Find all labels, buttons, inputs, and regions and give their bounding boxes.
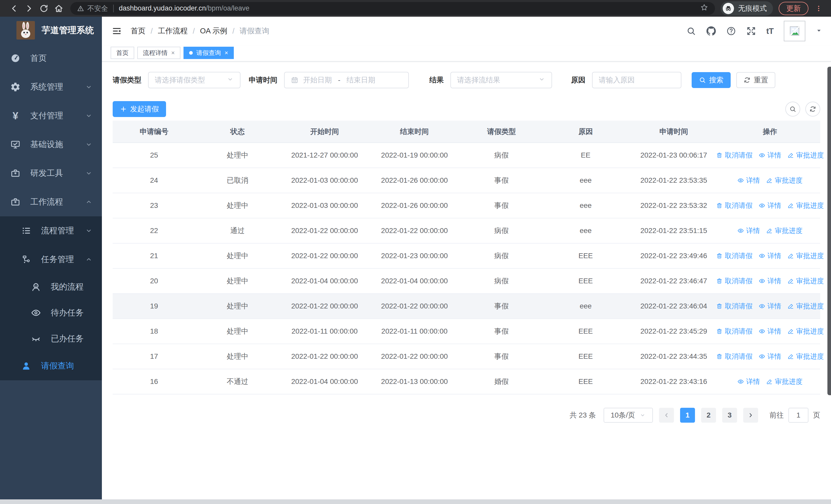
action-progress-link[interactable]: 审批进度 bbox=[787, 327, 824, 336]
action-detail-link[interactable]: 详情 bbox=[758, 352, 781, 361]
trash-icon bbox=[716, 353, 723, 360]
result-label: 结果 bbox=[429, 75, 444, 85]
action-detail-link[interactable]: 详情 bbox=[737, 176, 760, 185]
user-avatar[interactable] bbox=[784, 21, 805, 41]
action-label: 详情 bbox=[767, 201, 781, 210]
sidebar-item-process-management[interactable]: 流程管理 bbox=[0, 216, 102, 245]
breadcrumb-oa-example[interactable]: OA 示例 bbox=[200, 26, 227, 36]
action-cancel-link[interactable]: 取消请假 bbox=[716, 151, 752, 160]
action-cancel-link[interactable]: 取消请假 bbox=[716, 301, 752, 311]
sidebar-item-dev-tools[interactable]: 研发工具 bbox=[0, 159, 102, 187]
avatar-dropdown-button[interactable] bbox=[815, 27, 822, 35]
browser-menu-button[interactable] bbox=[813, 1, 824, 16]
action-label: 详情 bbox=[767, 301, 781, 311]
action-detail-link[interactable]: 详情 bbox=[758, 151, 781, 160]
action-detail-link[interactable]: 详情 bbox=[758, 301, 781, 311]
reason-input[interactable]: 请输入原因 bbox=[592, 72, 681, 88]
action-detail-link[interactable]: 详情 bbox=[737, 377, 760, 386]
page-scrollbar[interactable] bbox=[827, 67, 831, 395]
trash-icon bbox=[716, 202, 723, 209]
action-progress-link[interactable]: 审批进度 bbox=[766, 226, 803, 235]
pagination-prev-button[interactable] bbox=[659, 408, 674, 423]
browser-reload-button[interactable] bbox=[36, 1, 51, 16]
tab-leave-query[interactable]: 请假查询 × bbox=[183, 47, 234, 59]
pagination-page-2[interactable]: 2 bbox=[701, 408, 716, 423]
action-progress-link[interactable]: 审批进度 bbox=[787, 251, 824, 261]
bookmark-star-button[interactable] bbox=[700, 3, 708, 13]
help-button[interactable] bbox=[726, 26, 736, 36]
action-cancel-link[interactable]: 取消请假 bbox=[716, 251, 752, 261]
reset-button[interactable]: 重置 bbox=[736, 72, 775, 88]
user-face-icon bbox=[31, 282, 41, 292]
leave-type-select[interactable]: 请选择请假类型 bbox=[148, 72, 240, 88]
address-bar[interactable]: 不安全 dashboard.yudao.iocoder.cn/bpm/oa/le… bbox=[70, 2, 715, 15]
pagination-next-button[interactable] bbox=[743, 408, 758, 423]
reload-icon bbox=[39, 4, 49, 13]
browser-home-button[interactable] bbox=[51, 1, 66, 16]
breadcrumb-workflow[interactable]: 工作流程 bbox=[158, 26, 188, 36]
sidebar-item-payment-management[interactable]: ¥支付管理 bbox=[0, 101, 102, 130]
action-detail-link[interactable]: 详情 bbox=[758, 327, 781, 336]
page-size-select[interactable]: 10条/页 bbox=[604, 408, 653, 423]
fullscreen-button[interactable] bbox=[746, 26, 756, 36]
action-progress-link[interactable]: 审批进度 bbox=[787, 301, 824, 311]
main-area: 首页 / 工作流程 / OA 示例 / 请假查询 tT bbox=[102, 17, 831, 499]
sidebar-item-infrastructure[interactable]: 基础设施 bbox=[0, 130, 102, 159]
sidebar-item-workflow[interactable]: 工作流程 bbox=[0, 187, 102, 216]
yen-icon: ¥ bbox=[10, 111, 21, 121]
action-progress-link[interactable]: 审批进度 bbox=[766, 377, 803, 386]
sidebar-item-system-management[interactable]: 系统管理 bbox=[0, 72, 102, 101]
action-progress-link[interactable]: 审批进度 bbox=[787, 276, 824, 286]
action-progress-link[interactable]: 审批进度 bbox=[766, 176, 803, 185]
action-progress-link[interactable]: 审批进度 bbox=[787, 151, 824, 160]
action-cancel-link[interactable]: 取消请假 bbox=[716, 352, 752, 361]
sidebar-item-done-tasks[interactable]: 已办任务 bbox=[0, 326, 102, 352]
eye-icon bbox=[737, 378, 744, 385]
pagination-page-3[interactable]: 3 bbox=[722, 408, 737, 423]
action-label: 详情 bbox=[767, 276, 781, 286]
sidebar-item-label: 支付管理 bbox=[30, 110, 75, 121]
sidebar-item-home[interactable]: 首页 bbox=[0, 44, 102, 72]
action-detail-link[interactable]: 详情 bbox=[758, 251, 781, 261]
chevron-down-icon bbox=[85, 227, 93, 235]
tab-close-icon[interactable]: × bbox=[225, 50, 228, 56]
sidebar-item-my-process[interactable]: 我的流程 bbox=[0, 274, 102, 300]
omnibox-divider bbox=[113, 5, 114, 12]
pagination-page-1[interactable]: 1 bbox=[680, 408, 695, 423]
action-cancel-link[interactable]: 取消请假 bbox=[716, 327, 752, 336]
action-detail-link[interactable]: 详情 bbox=[737, 226, 760, 235]
create-leave-button[interactable]: 发起请假 bbox=[113, 101, 166, 117]
tab-home[interactable]: 首页 bbox=[111, 47, 134, 59]
search-button[interactable]: 搜索 bbox=[692, 72, 730, 88]
browser-back-button[interactable] bbox=[7, 1, 22, 16]
cell-start: 2022-01-03 00:00:00 bbox=[280, 168, 370, 193]
cell-applied: 2022-01-22 23:44:35 bbox=[628, 344, 720, 369]
sidebar-item-task-management[interactable]: 任务管理 bbox=[0, 245, 102, 274]
sidebar-logo[interactable]: 芋道管理系统 bbox=[0, 17, 102, 44]
action-detail-link[interactable]: 详情 bbox=[758, 201, 781, 210]
goto-page-input[interactable]: 1 bbox=[789, 408, 808, 423]
sidebar-item-leave-query[interactable]: 请假查询 bbox=[0, 352, 102, 380]
cell-reason: EEE bbox=[544, 243, 628, 268]
breadcrumb-home[interactable]: 首页 bbox=[131, 26, 145, 36]
apply-time-range-input[interactable]: 开始日期 - 结束日期 bbox=[284, 72, 409, 88]
browser-update-button[interactable]: 更新 bbox=[779, 2, 808, 15]
refresh-table-button[interactable] bbox=[805, 101, 820, 117]
sidebar-collapse-button[interactable] bbox=[111, 25, 123, 37]
tab-close-icon[interactable]: × bbox=[171, 50, 175, 56]
header-search-button[interactable] bbox=[686, 26, 696, 36]
sidebar-item-todo-tasks[interactable]: 待办任务 bbox=[0, 300, 102, 326]
toggle-search-button[interactable] bbox=[785, 101, 800, 117]
action-progress-link[interactable]: 审批进度 bbox=[787, 352, 824, 361]
tab-process-detail[interactable]: 流程详情 × bbox=[137, 47, 180, 59]
action-detail-link[interactable]: 详情 bbox=[758, 276, 781, 286]
incognito-badge: 无痕模式 bbox=[721, 1, 773, 16]
action-cancel-link[interactable]: 取消请假 bbox=[716, 276, 752, 286]
cell-start: 2022-01-11 00:00:00 bbox=[280, 319, 370, 344]
action-progress-link[interactable]: 审批进度 bbox=[787, 201, 824, 210]
github-link[interactable] bbox=[706, 26, 716, 36]
browser-forward-button[interactable] bbox=[22, 1, 36, 16]
action-cancel-link[interactable]: 取消请假 bbox=[716, 201, 752, 210]
result-select[interactable]: 请选择流结果 bbox=[450, 72, 552, 88]
font-size-button[interactable]: tT bbox=[766, 26, 774, 36]
